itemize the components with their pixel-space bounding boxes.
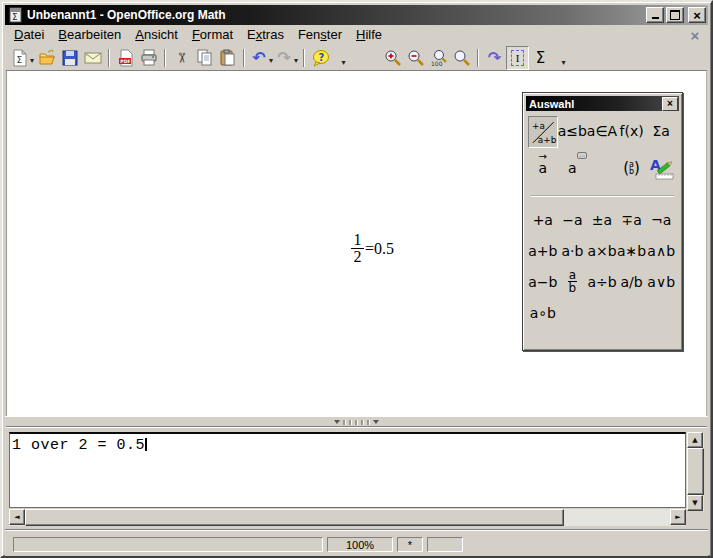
copy-button[interactable] [193, 46, 216, 70]
menu-bar: DateiBearbeitenAnsichtFormatExtrasFenste… [5, 25, 708, 45]
brackets-icon: ab [623, 159, 640, 177]
symbol-button[interactable]: ±a [587, 204, 617, 235]
scroll-left-button[interactable] [9, 509, 25, 525]
dropdown-arrow-icon [268, 49, 273, 67]
open-button[interactable] [35, 46, 58, 70]
symbols-button[interactable]: Σ [529, 46, 552, 70]
scroll-down-button[interactable] [687, 495, 703, 511]
vscrollbar-thumb[interactable] [687, 448, 704, 495]
help-button[interactable]: ? [309, 46, 332, 70]
symbol-button[interactable]: a−b [528, 266, 558, 297]
refresh-icon: ↷ [486, 49, 504, 67]
scroll-right-button[interactable] [670, 509, 686, 525]
hscrollbar-thumb[interactable] [25, 509, 564, 526]
svg-text:Σ: Σ [17, 54, 23, 64]
title-bar[interactable]: Σ Unbenannt1 - OpenOffice.org Math [5, 5, 708, 25]
menu-item-ansicht[interactable]: Ansicht [128, 26, 185, 44]
cut-button[interactable]: ✂ [170, 46, 193, 70]
symbol-button[interactable]: a∨b [646, 266, 676, 297]
symbol-button[interactable]: a÷b [587, 266, 617, 297]
auswahl-title-bar[interactable]: Auswahl [526, 96, 679, 111]
menu-item-hilfe[interactable]: Hilfe [349, 26, 389, 44]
svg-text:+a: +a [532, 121, 545, 131]
command-input[interactable]: 1 over 2 = 0.5 [9, 432, 686, 508]
symbol-button[interactable]: a∘b [528, 297, 558, 328]
save-icon [61, 49, 79, 67]
category-others-button[interactable]: a [558, 153, 588, 183]
category-brackets-button[interactable]: ab [617, 153, 647, 183]
app-icon[interactable]: Σ [8, 7, 24, 23]
maximize-button[interactable] [666, 7, 684, 23]
hscrollbar-track[interactable] [564, 509, 670, 526]
symbol-button[interactable]: −a [558, 204, 588, 235]
redo-button[interactable]: ↷ [274, 46, 299, 70]
paste-button[interactable] [216, 46, 239, 70]
menu-item-bearbeiten[interactable]: Bearbeiten [51, 26, 128, 44]
minimize-icon [652, 17, 659, 19]
menu-item-format[interactable]: Format [185, 26, 240, 44]
new-formula-button[interactable]: Σ [10, 46, 35, 70]
status-modified-field: * [397, 537, 423, 552]
formula-cursor-button[interactable]: I [506, 46, 529, 70]
category-functions-button[interactable]: f(x) [617, 116, 647, 146]
toolbar-options-button[interactable] [552, 46, 575, 70]
symbols-icon: Σ [532, 49, 550, 67]
toolbar-options-button[interactable] [332, 46, 355, 70]
auswahl-close-button[interactable] [662, 97, 678, 111]
menu-item-extras[interactable]: Extras [240, 26, 291, 44]
category-attributes-button[interactable]: a [528, 153, 558, 183]
category-operators-button[interactable]: Σa [646, 116, 676, 146]
symbol-button[interactable]: a×b [587, 235, 617, 266]
close-button[interactable] [688, 7, 706, 23]
category-formats-button[interactable]: A [646, 153, 676, 183]
zoom-out-button[interactable] [404, 46, 427, 70]
command-hscrollbar[interactable] [9, 509, 686, 526]
zoom-in-icon [384, 49, 402, 67]
status-bar: 100% * [5, 529, 708, 556]
menu-item-fenster[interactable]: Fenster [291, 26, 349, 44]
print-button[interactable] [137, 46, 160, 70]
fraction-denominator: 2 [354, 250, 362, 264]
scroll-up-button[interactable] [687, 432, 703, 448]
export-pdf-button[interactable]: PDF [114, 46, 137, 70]
arrow-up-icon [692, 437, 697, 444]
menu-item-datei[interactable]: Datei [7, 26, 51, 44]
svg-text:PDF: PDF [120, 58, 130, 63]
undo-button[interactable]: ↶ [249, 46, 274, 70]
status-message-field [13, 537, 323, 552]
toolbar-separator [243, 49, 245, 67]
symbol-button[interactable]: a/b [617, 266, 647, 297]
symbol-spacer [646, 297, 676, 328]
status-zoom-field[interactable]: 100% [327, 537, 393, 552]
symbol-button[interactable]: a∗b [617, 235, 647, 266]
window-title: Unbenannt1 - OpenOffice.org Math [27, 8, 646, 22]
zoom-in-button[interactable] [381, 46, 404, 70]
refresh-button[interactable]: ↷ [483, 46, 506, 70]
close-document-icon[interactable] [688, 27, 702, 44]
arrow-right-icon [675, 514, 680, 521]
zoom-100-button[interactable]: 100 [427, 46, 450, 70]
category-unary-binary-operators-button[interactable]: +aa+b [528, 116, 558, 148]
save-button[interactable] [58, 46, 81, 70]
command-vscrollbar[interactable] [687, 432, 704, 511]
help-icon: ? [312, 49, 330, 67]
symbol-button[interactable]: ∓a [617, 204, 647, 235]
symbol-button[interactable]: a·b [558, 235, 588, 266]
send-email-button[interactable] [81, 46, 104, 70]
symbol-a-over-b-button[interactable]: ab [558, 266, 588, 297]
svg-text:100: 100 [431, 60, 443, 67]
minimize-button[interactable] [646, 7, 664, 23]
symbol-button[interactable]: +a [528, 204, 558, 235]
symbol-button[interactable]: a+b [528, 235, 558, 266]
zoom-button[interactable] [450, 46, 473, 70]
symbol-button[interactable]: ¬a [646, 204, 676, 235]
symbol-spacer [558, 297, 588, 328]
maximize-icon [670, 10, 680, 20]
symbol-button[interactable]: a∧b [646, 235, 676, 266]
formula-display: 1 2 =0.5 [351, 233, 394, 264]
attributes-icon: a [539, 160, 548, 176]
fraction: 1 2 [351, 233, 364, 264]
zoom-100-icon: 100 [430, 49, 448, 67]
category-set-operations-button[interactable]: a∈A [587, 116, 617, 146]
category-relations-button[interactable]: a≤b [558, 116, 588, 146]
